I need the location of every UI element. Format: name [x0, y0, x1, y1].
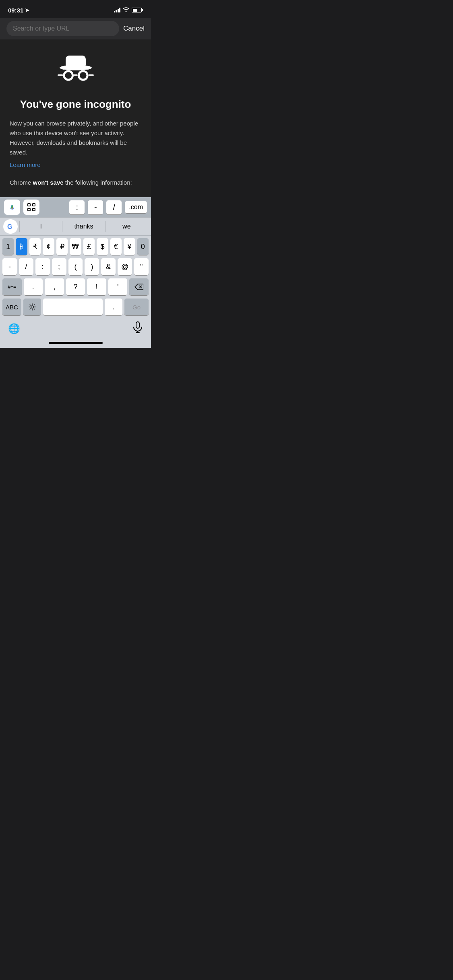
keyboard-toolbar: : - / .com [0, 197, 151, 217]
third-row: #+= . , ? ! ' [2, 278, 149, 295]
learn-more-link[interactable]: Learn more [10, 161, 41, 168]
search-bar-container: Cancel [0, 18, 151, 39]
key-euro[interactable]: € [110, 238, 122, 255]
key-dollar[interactable]: $ [97, 238, 108, 255]
key-exclaim[interactable]: ! [87, 278, 106, 295]
key-period-bottom[interactable]: . [105, 299, 122, 315]
dash-key[interactable]: - [88, 200, 103, 214]
predictive-word-2[interactable]: thanks [62, 221, 105, 232]
key-lparen[interactable]: ( [68, 258, 83, 275]
location-icon: ➤ [25, 7, 29, 13]
key-minus[interactable]: - [2, 258, 17, 275]
key-quote[interactable]: " [134, 258, 149, 275]
signal-icon [114, 8, 121, 12]
key-gear[interactable] [23, 299, 41, 315]
dotcom-key[interactable]: .com [125, 201, 147, 213]
keyboard-bottom-bar: 🌐 [0, 319, 151, 340]
lens-button[interactable] [23, 200, 39, 215]
status-icons [114, 7, 143, 13]
predictive-word-1[interactable]: I [19, 221, 62, 232]
key-semicolon[interactable]: ; [52, 258, 66, 275]
key-ampersand[interactable]: & [101, 258, 116, 275]
delete-key[interactable] [129, 278, 149, 295]
keys-area: 1 ₿ ₹ ¢ ₽ ₩ £ $ € ¥ 0 - / : ; ( ) & @ " … [0, 236, 151, 319]
bottom-row: ABC . Go [2, 299, 149, 315]
svg-rect-7 [58, 74, 63, 76]
slash-key[interactable]: / [106, 200, 122, 214]
colon-key[interactable]: : [69, 200, 85, 214]
google-g-button[interactable]: G [3, 219, 18, 234]
symbol-row: 1 ₿ ₹ ¢ ₽ ₩ £ $ € ¥ 0 [2, 238, 149, 255]
svg-rect-6 [74, 74, 78, 76]
incognito-description: Now you can browse privately, and other … [10, 119, 141, 157]
search-input[interactable] [13, 25, 113, 32]
key-apostrophe[interactable]: ' [108, 278, 128, 295]
punct-row: - / : ; ( ) & @ " [2, 258, 149, 275]
svg-rect-11 [28, 204, 30, 206]
key-comma[interactable]: , [45, 278, 64, 295]
wifi-icon [123, 7, 129, 13]
status-bar: 09:31 ➤ [0, 0, 151, 18]
key-rparen[interactable]: ) [85, 258, 99, 275]
key-hashplus[interactable]: #+= [2, 278, 22, 295]
key-question[interactable]: ? [66, 278, 85, 295]
wont-save-text: Chrome won't save the following informat… [10, 178, 141, 187]
svg-rect-19 [136, 322, 139, 328]
svg-point-3 [65, 72, 72, 79]
key-bitcoin[interactable]: ₿ [16, 238, 27, 255]
key-pound[interactable]: £ [83, 238, 95, 255]
google-mic-button[interactable] [4, 200, 20, 215]
status-time: 09:31 ➤ [8, 7, 29, 14]
incognito-title: You've gone incognito [10, 98, 141, 111]
key-go[interactable]: Go [124, 299, 149, 315]
globe-icon[interactable]: 🌐 [8, 323, 20, 334]
key-ruble[interactable]: ₽ [56, 238, 68, 255]
svg-point-5 [80, 72, 87, 79]
incognito-content: You've gone incognito Now you can browse… [0, 39, 151, 197]
key-rupee[interactable]: ₹ [29, 238, 41, 255]
microphone-icon[interactable] [132, 321, 143, 336]
key-cent[interactable]: ¢ [43, 238, 54, 255]
svg-point-18 [31, 306, 33, 308]
key-at[interactable]: @ [118, 258, 132, 275]
incognito-icon [56, 52, 96, 89]
svg-rect-14 [33, 208, 35, 211]
predictive-word-3[interactable]: we [105, 221, 148, 232]
key-colon2[interactable]: : [35, 258, 50, 275]
key-abc[interactable]: ABC [2, 299, 21, 315]
svg-rect-1 [66, 56, 86, 68]
svg-rect-13 [28, 208, 30, 211]
key-0[interactable]: 0 [137, 238, 149, 255]
home-indicator [0, 340, 151, 348]
key-yen[interactable]: ¥ [124, 238, 135, 255]
svg-text:G: G [7, 223, 12, 230]
home-bar [49, 342, 103, 344]
battery-icon [132, 8, 143, 12]
svg-rect-12 [33, 204, 35, 206]
key-1[interactable]: 1 [2, 238, 14, 255]
key-won[interactable]: ₩ [70, 238, 81, 255]
keyboard-container: : - / .com G I thanks we 1 ₿ ₹ ¢ ₽ ₩ £ $… [0, 197, 151, 348]
key-fslash[interactable]: / [19, 258, 33, 275]
incognito-icon-wrapper [10, 52, 141, 89]
cancel-button[interactable]: Cancel [123, 25, 145, 33]
key-period[interactable]: . [24, 278, 43, 295]
spacebar[interactable] [43, 299, 103, 315]
predictive-row: G I thanks we [0, 217, 151, 236]
svg-rect-8 [88, 74, 93, 76]
search-input-wrapper[interactable] [6, 21, 119, 36]
